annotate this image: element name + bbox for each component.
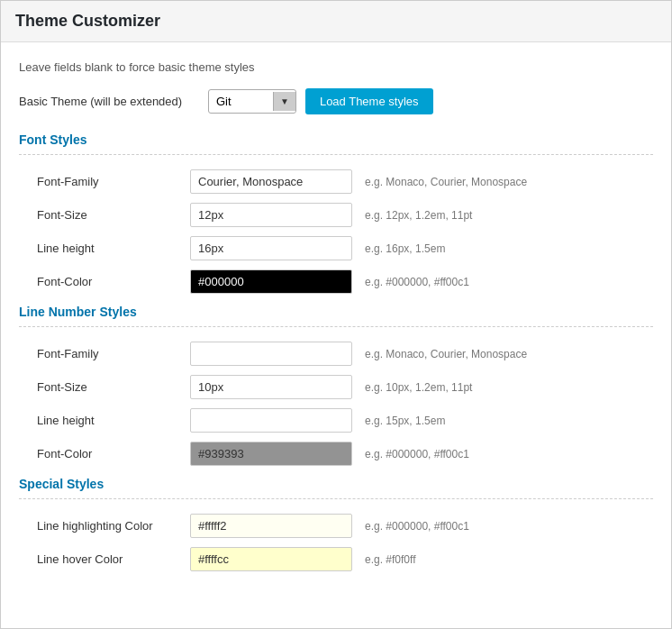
label-line-height: Line height: [19, 242, 190, 255]
input-ln-font-color[interactable]: [190, 442, 352, 466]
form-row-ln-line-height: Line height e.g. 15px, 1.5em: [19, 408, 653, 433]
form-row-line-hover-color: Line hover Color e.g. #f0f0ff: [19, 547, 653, 571]
hint-font-color: e.g. #000000, #ff00c1: [365, 276, 469, 288]
hint-ln-font-family: e.g. Monaco, Courier, Monospace: [365, 348, 527, 360]
hint-font-family: e.g. Monaco, Courier, Monospace: [365, 176, 527, 188]
section-font-styles: Font Styles Font-Family e.g. Monaco, Cou…: [19, 132, 653, 294]
input-font-color[interactable]: [190, 269, 352, 294]
label-font-family: Font-Family: [19, 175, 190, 188]
load-theme-button[interactable]: Load Theme styles: [305, 88, 433, 114]
hint-line-hover-color: e.g. #f0f0ff: [365, 553, 416, 566]
form-row-font-color: Font-Color e.g. #000000, #ff00c1: [19, 269, 653, 294]
label-font-color: Font-Color: [19, 275, 190, 288]
hint-line-highlight-color: e.g. #000000, #ff00c1: [365, 520, 469, 533]
hint-line-height: e.g. 16px, 1.5em: [365, 242, 445, 255]
section-divider-special: [19, 498, 653, 499]
basic-theme-row: Basic Theme (will be extended) Git Defau…: [19, 88, 653, 114]
input-ln-font-size[interactable]: [190, 375, 352, 399]
label-ln-line-height: Line height: [19, 414, 190, 427]
hint-ln-font-color: e.g. #000000, #ff00c1: [365, 448, 469, 460]
section-title-special: Special Styles: [19, 477, 653, 491]
section-divider-font: [19, 154, 653, 155]
select-arrow-icon[interactable]: ▼: [273, 92, 295, 111]
form-row-line-highlight-color: Line highlighting Color e.g. #000000, #f…: [19, 514, 653, 538]
page-title: Theme Customizer: [1, 1, 671, 42]
form-row-ln-font-family: Font-Family e.g. Monaco, Courier, Monosp…: [19, 342, 653, 366]
input-ln-font-family[interactable]: [190, 342, 352, 366]
content: Leave fields blank to force basic theme …: [1, 42, 671, 598]
form-row-font-size: Font-Size e.g. 12px, 1.2em, 11pt: [19, 203, 653, 227]
form-row-line-height: Line height e.g. 16px, 1.5em: [19, 236, 653, 260]
theme-select-wrapper[interactable]: Git Default Monokai Solarized ▼: [208, 89, 296, 114]
form-row-ln-font-color: Font-Color e.g. #000000, #ff00c1: [19, 442, 653, 466]
label-ln-font-color: Font-Color: [19, 447, 190, 460]
section-title-font-styles: Font Styles: [19, 132, 653, 147]
label-line-hover-color: Line hover Color: [19, 552, 190, 566]
hint-font-size: e.g. 12px, 1.2em, 11pt: [365, 209, 472, 222]
section-title-line-number: Line Number Styles: [19, 305, 653, 319]
section-divider-line-number: [19, 326, 653, 327]
section-special-styles: Special Styles Line highlighting Color e…: [19, 477, 653, 571]
hint-ln-font-size: e.g. 10px, 1.2em, 11pt: [365, 381, 472, 394]
input-line-hover-color[interactable]: [190, 547, 352, 571]
label-ln-font-family: Font-Family: [19, 347, 190, 360]
basic-theme-label: Basic Theme (will be extended): [19, 95, 190, 108]
form-row-ln-font-size: Font-Size e.g. 10px, 1.2em, 11pt: [19, 375, 653, 399]
label-ln-font-size: Font-Size: [19, 380, 190, 394]
label-font-size: Font-Size: [19, 208, 190, 222]
input-ln-line-height[interactable]: [190, 408, 352, 433]
section-line-number-styles: Line Number Styles Font-Family e.g. Mona…: [19, 305, 653, 466]
hint-ln-line-height: e.g. 15px, 1.5em: [365, 415, 445, 427]
theme-select[interactable]: Git Default Monokai Solarized: [209, 90, 273, 113]
page-wrapper: Theme Customizer Leave fields blank to f…: [0, 0, 672, 629]
subtitle: Leave fields blank to force basic theme …: [19, 60, 653, 74]
input-line-height[interactable]: [190, 236, 352, 260]
input-line-highlight-color[interactable]: [190, 514, 352, 538]
input-font-family[interactable]: [190, 169, 352, 194]
label-line-highlight-color: Line highlighting Color: [19, 519, 190, 533]
form-row-font-family: Font-Family e.g. Monaco, Courier, Monosp…: [19, 169, 653, 194]
input-font-size[interactable]: [190, 203, 352, 227]
